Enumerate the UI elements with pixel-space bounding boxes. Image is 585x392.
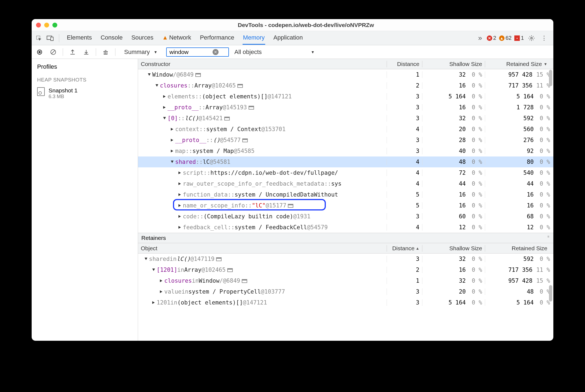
clear-filter-icon[interactable]: ✕ <box>213 49 219 55</box>
tab-console[interactable]: Console <box>100 31 123 45</box>
disclosure-closed-icon[interactable] <box>171 150 174 152</box>
disclosure-closed-icon[interactable] <box>152 301 155 304</box>
divider <box>59 34 59 42</box>
col-distance[interactable]: Distance <box>387 61 422 67</box>
disclosure-closed-icon[interactable] <box>171 128 174 131</box>
disclosure-open-icon[interactable] <box>145 258 147 260</box>
maximize-icon[interactable] <box>52 23 57 28</box>
scrollbar[interactable] <box>549 285 552 340</box>
snapshot-item[interactable]: Snapshot 1 6.3 MB <box>32 86 138 101</box>
disclosure-open-icon[interactable] <box>163 117 166 120</box>
table-row[interactable]: name_or_scope_info :: "lC" @151775160 %1… <box>138 200 553 211</box>
table-row[interactable]: 1201 in (object elements)[] @14712135 16… <box>138 297 553 308</box>
disclosure-closed-icon[interactable] <box>160 279 163 282</box>
heap-table: Constructor Distance Shallow Size Retain… <box>138 59 553 341</box>
filter-input[interactable] <box>169 49 210 55</box>
disclosure-open-icon[interactable] <box>152 269 155 271</box>
panel-tabs: ElementsConsoleSources▲NetworkPerformanc… <box>32 31 553 45</box>
retainers-header[interactable]: Retainers ≡ <box>138 233 553 243</box>
table-row[interactable]: value in system / PropertyCell @10377732… <box>138 286 553 297</box>
table-row[interactable]: function_data :: system / UncompiledData… <box>138 189 553 200</box>
table-row[interactable]: code :: (CompileLazy builtin code) @1931… <box>138 211 553 222</box>
table-row[interactable]: __proto__ :: () @545773280 %2760 % <box>138 135 553 146</box>
view-select[interactable]: Summary ▼ <box>121 49 161 56</box>
minimize-icon[interactable] <box>44 23 49 28</box>
window-ref-icon <box>195 73 201 77</box>
table-row[interactable]: raw_outer_scope_info_or_feedback_metadat… <box>138 178 553 189</box>
record-icon[interactable] <box>35 49 44 55</box>
window-ref-icon <box>224 117 230 120</box>
violation-count[interactable]: ▪1 <box>514 35 524 41</box>
tab-performance[interactable]: Performance <box>199 31 235 45</box>
kebab-icon[interactable]: ⋮ <box>539 35 549 42</box>
device-icon[interactable] <box>45 35 55 41</box>
table-row[interactable]: context :: system / Context @1537014200 … <box>138 124 553 135</box>
svg-point-3 <box>531 37 532 39</box>
object-scope-select[interactable]: All objects ▼ <box>234 49 315 56</box>
disclosure-closed-icon[interactable] <box>160 290 163 293</box>
window-ref-icon <box>237 84 243 88</box>
table-row[interactable]: elements :: (object elements)[] @1471213… <box>138 91 553 102</box>
warning-icon: ▲ <box>162 34 168 41</box>
tab-network[interactable]: ▲Network <box>162 31 192 45</box>
table-row[interactable]: closures in Window / @68491320 %957 4281… <box>138 275 553 286</box>
disclosure-closed-icon[interactable] <box>171 139 174 141</box>
disclosure-closed-icon[interactable] <box>178 215 181 218</box>
col-constructor[interactable]: Constructor <box>138 61 387 67</box>
disclosure-closed-icon[interactable] <box>178 171 181 174</box>
disclosure-closed-icon[interactable] <box>178 204 181 207</box>
col-retained[interactable]: Retained Size <box>485 245 553 252</box>
tab-application[interactable]: Application <box>273 31 303 45</box>
disclosure-open-icon[interactable] <box>148 73 151 76</box>
heap-snapshots-label: HEAP SNAPSHOTS <box>32 73 138 86</box>
table-row[interactable]: closures :: Array @1024652160 %717 35611… <box>138 80 553 91</box>
disclosure-closed-icon[interactable] <box>178 226 181 229</box>
col-shallow[interactable]: Shallow Size <box>422 245 485 252</box>
col-distance[interactable]: Distance▲ <box>387 245 422 252</box>
status-counts: ✕2 ▲62 ▪1 ⋮ <box>487 35 551 42</box>
tab-sources[interactable]: Sources <box>131 31 154 45</box>
table-row[interactable]: [0] :: lC() @1454213320 %5920 % <box>138 113 553 124</box>
profiles-heading: Profiles <box>32 59 138 73</box>
svg-rect-2 <box>51 37 53 41</box>
table-row[interactable]: __proto__ :: Array @1451933160 %1 7280 % <box>138 102 553 113</box>
tab-memory[interactable]: Memory <box>243 31 265 45</box>
col-shallow[interactable]: Shallow Size <box>422 61 485 67</box>
titlebar: DevTools - codepen.io/web-dot-dev/live/o… <box>32 19 553 31</box>
table-row[interactable]: Window / @68491320 %957 42815 % <box>138 69 553 80</box>
gear-icon[interactable] <box>527 35 536 41</box>
download-icon[interactable] <box>82 49 90 55</box>
col-object[interactable]: Object <box>138 245 387 252</box>
profiles-sidebar: Profiles HEAP SNAPSHOTS Snapshot 1 6.3 M… <box>32 59 138 341</box>
warning-count[interactable]: ▲62 <box>499 35 512 41</box>
scrollbar[interactable] <box>549 69 552 244</box>
disclosure-open-icon[interactable] <box>156 84 158 87</box>
disclosure-closed-icon[interactable] <box>178 193 181 196</box>
class-filter-input[interactable]: ✕ <box>166 47 229 57</box>
snapshot-size: 6.3 MB <box>49 94 77 99</box>
gc-icon[interactable] <box>102 49 110 55</box>
disclosure-closed-icon[interactable] <box>178 182 181 185</box>
tab-elements[interactable]: Elements <box>66 31 92 45</box>
table-header: Constructor Distance Shallow Size Retain… <box>138 59 553 69</box>
retainer-rows: shared in lC() @1471193320 %5920 %[1201]… <box>138 254 553 308</box>
disclosure-closed-icon[interactable] <box>163 106 166 109</box>
col-retained[interactable]: Retained Size ▼ <box>485 61 553 67</box>
table-row[interactable]: shared :: lC @545814480 %800 % <box>138 156 553 167</box>
table-row[interactable]: shared in lC() @1471193320 %5920 % <box>138 254 553 264</box>
error-count[interactable]: ✕2 <box>487 35 496 41</box>
close-icon[interactable] <box>36 23 41 28</box>
disclosure-closed-icon[interactable] <box>163 95 166 98</box>
sort-desc-icon: ▼ <box>544 62 547 66</box>
table-row[interactable]: feedback_cell :: system / FeedbackCell @… <box>138 222 553 233</box>
upload-icon[interactable] <box>68 49 77 55</box>
more-tabs-icon[interactable]: » <box>475 34 485 42</box>
clear-icon[interactable] <box>49 49 57 55</box>
inspect-icon[interactable] <box>34 35 44 41</box>
table-row[interactable]: script :: https://cdpn.io/web-dot-dev/fu… <box>138 167 553 178</box>
snapshot-icon <box>37 87 45 96</box>
divider <box>63 48 63 56</box>
table-row[interactable]: [1201] in Array @1024652160 %717 35611 % <box>138 264 553 275</box>
disclosure-open-icon[interactable] <box>171 161 174 163</box>
table-row[interactable]: map :: system / Map @545853400 %920 % <box>138 146 553 156</box>
